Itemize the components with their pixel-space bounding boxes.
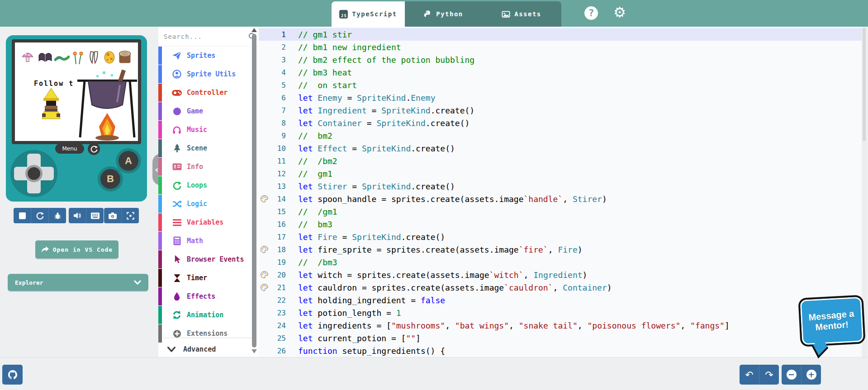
code-line-10[interactable]: 10let Effect = SpriteKind.create() bbox=[259, 142, 862, 155]
button-a[interactable]: A bbox=[119, 151, 138, 171]
toolbox-item-loops[interactable]: Loops bbox=[158, 176, 253, 194]
undo-icon[interactable]: ↶ bbox=[740, 365, 759, 385]
code-text: // /gm1 bbox=[298, 207, 337, 216]
circle-icon bbox=[170, 107, 184, 116]
keyboard-icon[interactable] bbox=[86, 208, 104, 223]
explorer-dropdown[interactable]: Explorer bbox=[8, 274, 148, 291]
dpad[interactable] bbox=[10, 150, 57, 197]
code-text: // /bm2 bbox=[298, 156, 337, 166]
toolbox-item-logic[interactable]: Logic bbox=[158, 195, 253, 213]
camera-icon[interactable] bbox=[104, 208, 122, 223]
message-mentor-button[interactable]: Message a Mentor! bbox=[797, 293, 866, 358]
line-number: 10 bbox=[272, 144, 286, 153]
restart-icon[interactable] bbox=[88, 143, 100, 155]
code-line-3[interactable]: 3// bm2 effect of the potion bubbling bbox=[259, 53, 862, 66]
scroll-up-icon[interactable] bbox=[251, 28, 257, 32]
code-line-16[interactable]: 16// bm3 bbox=[259, 218, 862, 230]
code-line-24[interactable]: 24let ingredients = ["mushrooms", "bat w… bbox=[259, 319, 862, 332]
palette-icon[interactable] bbox=[259, 284, 272, 291]
button-b[interactable]: B bbox=[100, 169, 120, 189]
poisonous-flowers-sprite bbox=[72, 50, 84, 65]
redo-icon[interactable]: ↷ bbox=[759, 365, 779, 385]
code-line-14[interactable]: 14let spoon_handle = sprites.create(asse… bbox=[259, 193, 862, 205]
code-line-22[interactable]: 22let holding_ingredient = false bbox=[259, 294, 862, 306]
toolbox-scroll-thumb[interactable] bbox=[252, 34, 256, 348]
toolbox-item-extensions[interactable]: Extensions bbox=[158, 324, 253, 343]
toolbox-item-label: Effects bbox=[187, 292, 215, 301]
code-line-18[interactable]: 18let fire_sprite = sprites.create(asset… bbox=[259, 243, 862, 256]
zoom-in-icon[interactable]: + bbox=[802, 365, 821, 385]
github-icon[interactable] bbox=[2, 365, 23, 385]
fullscreen-icon[interactable] bbox=[122, 208, 139, 223]
scroll-down-icon[interactable] bbox=[251, 349, 257, 353]
code-line-2[interactable]: 2// bm1 new ingredient bbox=[259, 41, 862, 53]
tab-python[interactable]: Python bbox=[405, 1, 482, 27]
line-number: 2 bbox=[272, 43, 286, 52]
advanced-label: Advanced bbox=[183, 345, 216, 353]
help-icon[interactable]: ? bbox=[584, 6, 598, 20]
code-line-11[interactable]: 11// /bm2 bbox=[259, 155, 862, 167]
code-text: // bm1 new ingredient bbox=[298, 42, 401, 52]
menu-button[interactable]: Menu bbox=[55, 144, 84, 154]
toolbox-item-music[interactable]: Music bbox=[158, 121, 253, 139]
code-line-12[interactable]: 12// gm1 bbox=[259, 167, 862, 180]
palette-icon[interactable] bbox=[259, 246, 272, 253]
code-line-26[interactable]: 26function setup_ingredients() { bbox=[259, 344, 862, 357]
code-line-6[interactable]: 6let Enemy = SpriteKind.Enemy bbox=[259, 91, 862, 104]
toolbox-item-advanced[interactable]: Advanced bbox=[158, 340, 253, 358]
code-editor[interactable]: 1// gm1 stir2// bm1 new ingredient3// bm… bbox=[259, 27, 862, 357]
toolbox-item-timer[interactable]: Timer bbox=[158, 269, 253, 287]
toolbox-item-variables[interactable]: Variables bbox=[158, 213, 253, 231]
search-input[interactable] bbox=[163, 33, 246, 41]
code-text: let Container = SpriteKind.create() bbox=[298, 118, 470, 128]
toolbox-item-label: Math bbox=[187, 237, 203, 245]
code-line-19[interactable]: 19// /bm3 bbox=[259, 256, 862, 268]
code-line-15[interactable]: 15// /gm1 bbox=[259, 205, 862, 218]
toolbox-item-effects[interactable]: Effects bbox=[158, 287, 253, 305]
toolbox-item-info[interactable]: Info bbox=[158, 158, 253, 176]
code-line-21[interactable]: 21let cauldron = sprites.create(assets.i… bbox=[259, 281, 862, 294]
toolbox-item-math[interactable]: Math bbox=[158, 232, 253, 250]
top-bar: JS TypeScript Python Assets ? ⚙ bbox=[0, 0, 868, 27]
toolbox-item-scene[interactable]: Scene bbox=[158, 139, 253, 157]
code-line-7[interactable]: 7let Ingredient = SpriteKind.create() bbox=[259, 104, 862, 117]
simulator-screen[interactable]: Follow t bbox=[12, 39, 141, 144]
toolbox-item-sprites[interactable]: Sprites bbox=[158, 47, 253, 65]
toolbox-item-browser-events[interactable]: Browser Events bbox=[158, 250, 253, 268]
toolbox-item-game[interactable]: Game bbox=[158, 102, 253, 120]
code-line-4[interactable]: 4// bm3 heat bbox=[259, 66, 862, 79]
open-vscode-button[interactable]: Open in VS Code bbox=[35, 240, 119, 258]
toolbox-item-controller[interactable]: Controller bbox=[158, 84, 253, 102]
code-line-23[interactable]: 23let potion_length = 1 bbox=[259, 306, 862, 319]
volume-icon[interactable] bbox=[69, 208, 86, 223]
toolbox-item-animation[interactable]: Animation bbox=[158, 306, 253, 324]
code-line-5[interactable]: 5// on start bbox=[259, 79, 862, 91]
stop-icon[interactable] bbox=[14, 208, 31, 223]
code-text: // bm3 heat bbox=[298, 68, 352, 77]
restart-sim-icon[interactable] bbox=[31, 208, 49, 223]
palette-icon[interactable] bbox=[259, 195, 272, 202]
code-line-13[interactable]: 13let Stirer = SpriteKind.create() bbox=[259, 180, 862, 193]
toolbox-search bbox=[158, 27, 259, 47]
code-line-9[interactable]: 9// bm2 bbox=[259, 129, 862, 142]
code-text: let Stirer = SpriteKind.create() bbox=[298, 182, 455, 191]
bars-icon bbox=[170, 219, 184, 226]
line-number: 6 bbox=[272, 94, 286, 102]
tab-assets[interactable]: Assets bbox=[482, 1, 561, 27]
code-line-25[interactable]: 25let current_potion = [""] bbox=[259, 332, 862, 344]
line-number: 26 bbox=[272, 347, 286, 355]
gear-icon[interactable]: ⚙ bbox=[613, 5, 626, 19]
palette-icon[interactable] bbox=[259, 271, 272, 278]
code-line-17[interactable]: 17let Fire = SpriteKind.create() bbox=[259, 230, 862, 243]
tab-python-label: Python bbox=[436, 10, 463, 18]
headphones-icon bbox=[170, 126, 184, 134]
zoom-out-icon[interactable]: − bbox=[782, 365, 802, 385]
toolbox-item-sprite-utils[interactable]: Sprite Utils bbox=[158, 65, 253, 83]
toolbox-scrollbar[interactable] bbox=[251, 28, 257, 355]
code-line-1[interactable]: 1// gm1 stir bbox=[259, 28, 862, 41]
code-line-8[interactable]: 8let Container = SpriteKind.create() bbox=[259, 117, 862, 129]
debug-icon[interactable] bbox=[49, 208, 66, 223]
code-line-20[interactable]: 20let witch = sprites.create(assets.imag… bbox=[259, 268, 862, 281]
tab-typescript[interactable]: JS TypeScript bbox=[332, 1, 405, 27]
tint-icon bbox=[170, 292, 184, 301]
